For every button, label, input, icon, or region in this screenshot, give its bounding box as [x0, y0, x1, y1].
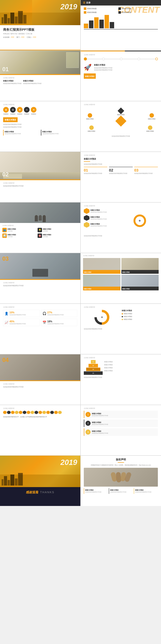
slide-18-infographic: 点击输入标题内容 1 标题文本预设 在此处添加详细说明文字内容 2 标题文本预设… [81, 405, 161, 455]
body-3b: 在此处添加详细说明文字内容 [23, 82, 42, 84]
section-num-1: 01 [2, 66, 9, 73]
dept-label: 部门：XXX [16, 36, 24, 38]
copyright-body: 本模板所有设计元素版权归作者所有！禁止二次销售。更多精品模板请访问：http:/… [84, 464, 158, 466]
click-hint-7[interactable]: 点击输入标题内容 [3, 182, 77, 184]
toc-header: 目录 [86, 2, 90, 4]
timeline-body: 在此处添加详细说明文字内容 [94, 67, 112, 69]
click-hint-14[interactable]: 点击输入标题内容 [84, 306, 158, 308]
year-label: 2019 [60, 2, 77, 11]
click-hint-15[interactable]: 点击输入标题内容 [3, 383, 77, 385]
section-num-4: 04 [2, 357, 9, 363]
slide-17-hex: 点击输入标题内容 在此处添加详细内容文字，点击输入文字说明在此处添加详细内容 [0, 405, 80, 455]
click-hint-3[interactable]: 点击输入标题内容 [3, 77, 77, 79]
click-hint-8[interactable]: 点击输入标题内容 [84, 154, 158, 156]
click-hint-9[interactable]: 点击输入标题内容 [2, 224, 78, 226]
thanks-cn: 感谢观看 [26, 490, 38, 494]
accent-label: 标题文本预设 [85, 76, 94, 77]
body-3: 在此处添加详细说明文字内容 [3, 82, 22, 84]
slide-19-end: 2019 感谢观看 THANKS [0, 456, 80, 506]
title-3: 标题文本预设 [3, 80, 22, 82]
reporter-label: 汇报人：XXX [27, 36, 36, 38]
slide-title: 商务汇报演示PPT模板 [3, 28, 77, 32]
section-num-2: 02 [2, 171, 9, 178]
title-3b: 标题文本预设 [23, 80, 42, 82]
company-label: 企业名称：XXX [3, 36, 14, 38]
click-hint-5[interactable]: 点击输入标题内容 [3, 104, 77, 106]
slide-10-hex-gear: 点击输入标题内容 标题文本预设 在此处添加详细说明文字内容 标题文本预 [81, 202, 161, 253]
slide-15-section4: 04 点击输入标题内容 在此处添加详细说明文字内容 [0, 354, 80, 405]
click-hint-6[interactable]: 点击输入标题内容 [84, 104, 158, 106]
slide-6-diamond: 点击输入标题内容 标题文本预设 标题文本预设 标题文本预设 [81, 101, 161, 152]
toc-item-4: 添加目录标题 [122, 11, 131, 14]
toc-item-3: 添加目录标题 [87, 11, 96, 14]
toc-item-2: 添加目录标题 [122, 8, 131, 10]
click-hint-16[interactable]: 点击输入标题内容 [84, 357, 158, 359]
slide-9-icon-grid: 点击输入标题内容 👥 标题文本预设 文本内容 💡 标题文本预设 文本内容 [0, 202, 80, 253]
slide-14-circles: 点击输入标题内容 ⚙ 标题文本预设 [81, 304, 161, 354]
click-hint-10[interactable]: 点击输入标题内容 [84, 205, 158, 207]
click-hint-13[interactable]: 点击输入标题内容 [3, 306, 77, 308]
click-hint-11[interactable]: 点击输入标题内容 [3, 282, 77, 284]
slide-3-room: 01 点击输入标题内容 标题文本预设 在此处添加详细说明文字内容 标题文本预设 … [0, 51, 80, 101]
timeline-title: 标题文本预设 [94, 64, 112, 66]
feature-body: 在此处添加详细说明文字内容 [3, 124, 77, 126]
slide-2-toc: ☰ 目录 CONTENT 添加目录标题 添加目录标题 添加目录标题 [81, 0, 161, 50]
slide-subtitle: 年终总结 / 新年计划 / 述职报告 / 工作汇报 [3, 33, 77, 35]
click-hint-17[interactable]: 点击输入标题内容 [3, 407, 77, 410]
click-hint-4[interactable]: 点击输入标题内容 [84, 54, 158, 56]
click-hint-12[interactable]: 点击输入标题内容 [83, 255, 159, 257]
slide-1-cover: 2019 商务汇报演示PPT模板 年终总结 / 新年计划 / 述职报告 / 工作… [0, 0, 80, 50]
slide-5-icons: 点击输入标题内容 ★ 标题预设 ⚙ 标题预设 ■ 标题预设 ≡ 标题预设 [0, 101, 80, 152]
thanks-en: THANKS [40, 491, 54, 494]
slide-12-photo-grid: 点击输入标题内容 标题文本预设 标题文本预设 标题文本预设 [81, 253, 161, 304]
section-num-3: 03 [2, 256, 9, 262]
slide8-body: 在此处添加详细说明文字内容 [84, 163, 158, 165]
slide-4-timeline: 点击输入标题内容 🚀 标题文本预设 在此处添加详细说明文字内容 [81, 51, 161, 101]
slide-13-stats: 点击输入标题内容 👤 10% 在此处添加详细说明文字内容 🎧 27% 在此处添加… [0, 304, 80, 354]
toc-item-1: 添加目录标题 [87, 8, 96, 10]
copyright-title: 版权声明 [84, 458, 158, 461]
slide-11-section3: 03 点击输入标题内容 在此处添加详细说明文字内容 [0, 253, 80, 304]
end-year: 2019 [60, 458, 77, 467]
slide-8-content: 点击输入标题内容 标题文本预设 在此处添加详细说明文字内容 01 在此处添加详细… [81, 152, 161, 202]
click-hint-18[interactable]: 点击输入标题内容 [84, 407, 158, 410]
hex-body: 在此处添加详细内容文字，点击输入文字说明在此处添加详细内容文字 [3, 416, 77, 418]
slide-16-pyramid: 点击输入标题内容 01 02 03 04 [81, 354, 161, 405]
slides-container: 2019 商务汇报演示PPT模板 年终总结 / 新年计划 / 述职报告 / 工作… [0, 0, 161, 506]
slide8-title: 标题文本预设 [84, 158, 158, 160]
slide-20-copyright: 版权声明 本模板所有设计元素版权归作者所有！禁止二次销售。更多精品模板请访问：h… [81, 456, 161, 506]
slide-7-section2: 02 点击输入标题内容 在此处添加详细说明文字内容 [0, 152, 80, 202]
feature-title: 标题文本预设 [5, 119, 16, 121]
